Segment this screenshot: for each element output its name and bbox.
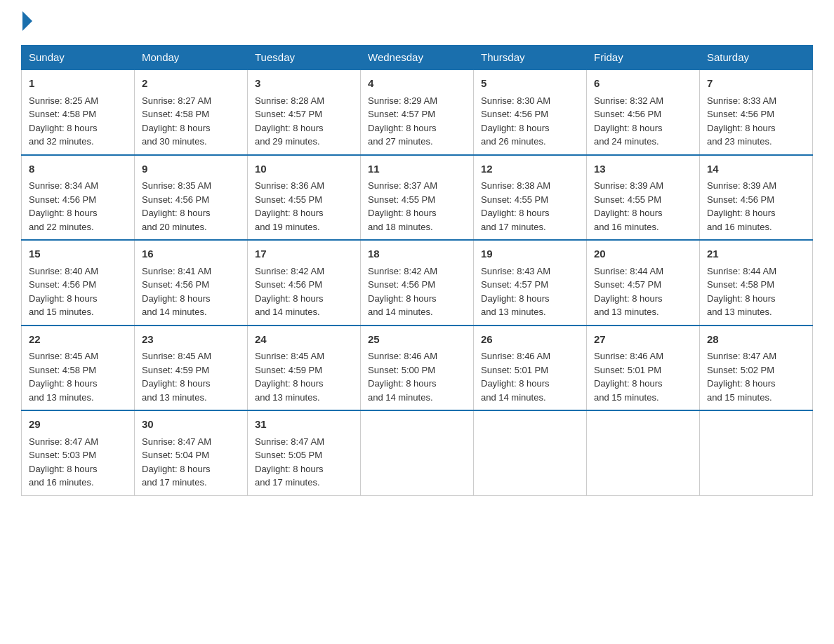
calendar-cell xyxy=(700,410,813,495)
day-info: Sunrise: 8:47 AM Sunset: 5:04 PM Dayligh… xyxy=(142,436,211,488)
calendar-cell: 22 Sunrise: 8:45 AM Sunset: 4:58 PM Dayl… xyxy=(22,326,135,411)
day-number: 8 xyxy=(29,161,127,177)
day-number: 15 xyxy=(29,246,127,262)
calendar-cell: 2 Sunrise: 8:27 AM Sunset: 4:58 PM Dayli… xyxy=(135,69,248,155)
calendar-cell xyxy=(474,410,587,495)
day-info: Sunrise: 8:37 AM Sunset: 4:55 PM Dayligh… xyxy=(368,180,437,232)
day-info: Sunrise: 8:30 AM Sunset: 4:56 PM Dayligh… xyxy=(481,95,550,147)
day-number: 25 xyxy=(368,332,466,348)
calendar-cell: 1 Sunrise: 8:25 AM Sunset: 4:58 PM Dayli… xyxy=(22,69,135,155)
calendar-header-friday: Friday xyxy=(587,46,700,70)
day-number: 1 xyxy=(29,76,127,92)
day-number: 18 xyxy=(368,246,466,262)
calendar-cell: 23 Sunrise: 8:45 AM Sunset: 4:59 PM Dayl… xyxy=(135,326,248,411)
day-info: Sunrise: 8:44 AM Sunset: 4:57 PM Dayligh… xyxy=(594,266,663,318)
calendar-cell: 18 Sunrise: 8:42 AM Sunset: 4:56 PM Dayl… xyxy=(361,240,474,326)
calendar-cell: 28 Sunrise: 8:47 AM Sunset: 5:02 PM Dayl… xyxy=(700,326,813,411)
day-info: Sunrise: 8:38 AM Sunset: 4:55 PM Dayligh… xyxy=(481,180,550,232)
calendar-cell: 9 Sunrise: 8:35 AM Sunset: 4:56 PM Dayli… xyxy=(135,155,248,241)
day-info: Sunrise: 8:40 AM Sunset: 4:56 PM Dayligh… xyxy=(29,266,98,318)
calendar-cell: 20 Sunrise: 8:44 AM Sunset: 4:57 PM Dayl… xyxy=(587,240,700,326)
calendar-cell: 11 Sunrise: 8:37 AM Sunset: 4:55 PM Dayl… xyxy=(361,155,474,241)
day-number: 14 xyxy=(707,161,805,177)
calendar-cell: 24 Sunrise: 8:45 AM Sunset: 4:59 PM Dayl… xyxy=(248,326,361,411)
day-number: 12 xyxy=(481,161,579,177)
day-number: 17 xyxy=(255,246,353,262)
calendar-cell: 6 Sunrise: 8:32 AM Sunset: 4:56 PM Dayli… xyxy=(587,69,700,155)
calendar-cell: 14 Sunrise: 8:39 AM Sunset: 4:56 PM Dayl… xyxy=(700,155,813,241)
day-number: 2 xyxy=(142,76,240,92)
calendar-cell: 27 Sunrise: 8:46 AM Sunset: 5:01 PM Dayl… xyxy=(587,326,700,411)
calendar-cell: 12 Sunrise: 8:38 AM Sunset: 4:55 PM Dayl… xyxy=(474,155,587,241)
calendar-cell: 19 Sunrise: 8:43 AM Sunset: 4:57 PM Dayl… xyxy=(474,240,587,326)
day-number: 5 xyxy=(481,76,579,92)
day-info: Sunrise: 8:28 AM Sunset: 4:57 PM Dayligh… xyxy=(255,95,324,147)
calendar-header-wednesday: Wednesday xyxy=(361,46,474,70)
day-info: Sunrise: 8:43 AM Sunset: 4:57 PM Dayligh… xyxy=(481,266,550,318)
calendar-header-saturday: Saturday xyxy=(700,46,813,70)
calendar-header-tuesday: Tuesday xyxy=(248,46,361,70)
day-number: 28 xyxy=(707,332,805,348)
day-info: Sunrise: 8:45 AM Sunset: 4:58 PM Dayligh… xyxy=(29,351,98,403)
day-info: Sunrise: 8:36 AM Sunset: 4:55 PM Dayligh… xyxy=(255,180,324,232)
calendar-cell: 16 Sunrise: 8:41 AM Sunset: 4:56 PM Dayl… xyxy=(135,240,248,326)
calendar-cell: 21 Sunrise: 8:44 AM Sunset: 4:58 PM Dayl… xyxy=(700,240,813,326)
day-number: 6 xyxy=(594,76,692,92)
calendar-cell: 26 Sunrise: 8:46 AM Sunset: 5:01 PM Dayl… xyxy=(474,326,587,411)
calendar-cell: 30 Sunrise: 8:47 AM Sunset: 5:04 PM Dayl… xyxy=(135,410,248,495)
calendar-header-monday: Monday xyxy=(135,46,248,70)
day-info: Sunrise: 8:46 AM Sunset: 5:01 PM Dayligh… xyxy=(481,351,550,403)
day-info: Sunrise: 8:47 AM Sunset: 5:02 PM Dayligh… xyxy=(707,351,776,403)
day-number: 29 xyxy=(29,417,127,433)
calendar-week-row: 29 Sunrise: 8:47 AM Sunset: 5:03 PM Dayl… xyxy=(22,410,813,495)
day-info: Sunrise: 8:39 AM Sunset: 4:56 PM Dayligh… xyxy=(707,180,776,232)
day-number: 13 xyxy=(594,161,692,177)
day-info: Sunrise: 8:46 AM Sunset: 5:00 PM Dayligh… xyxy=(368,351,437,403)
logo-arrow-icon xyxy=(22,11,32,31)
day-number: 3 xyxy=(255,76,353,92)
day-number: 23 xyxy=(142,332,240,348)
day-number: 11 xyxy=(368,161,466,177)
day-info: Sunrise: 8:39 AM Sunset: 4:55 PM Dayligh… xyxy=(594,180,663,232)
day-info: Sunrise: 8:33 AM Sunset: 4:56 PM Dayligh… xyxy=(707,95,776,147)
day-number: 30 xyxy=(142,417,240,433)
day-info: Sunrise: 8:32 AM Sunset: 4:56 PM Dayligh… xyxy=(594,95,663,147)
day-info: Sunrise: 8:42 AM Sunset: 4:56 PM Dayligh… xyxy=(368,266,437,318)
day-info: Sunrise: 8:42 AM Sunset: 4:56 PM Dayligh… xyxy=(255,266,324,318)
calendar-cell: 25 Sunrise: 8:46 AM Sunset: 5:00 PM Dayl… xyxy=(361,326,474,411)
day-number: 10 xyxy=(255,161,353,177)
day-info: Sunrise: 8:25 AM Sunset: 4:58 PM Dayligh… xyxy=(29,95,98,147)
day-number: 16 xyxy=(142,246,240,262)
calendar-cell: 5 Sunrise: 8:30 AM Sunset: 4:56 PM Dayli… xyxy=(474,69,587,155)
calendar-cell: 15 Sunrise: 8:40 AM Sunset: 4:56 PM Dayl… xyxy=(22,240,135,326)
calendar-week-row: 22 Sunrise: 8:45 AM Sunset: 4:58 PM Dayl… xyxy=(22,326,813,411)
day-number: 21 xyxy=(707,246,805,262)
day-info: Sunrise: 8:35 AM Sunset: 4:56 PM Dayligh… xyxy=(142,180,211,232)
day-number: 26 xyxy=(481,332,579,348)
day-info: Sunrise: 8:44 AM Sunset: 4:58 PM Dayligh… xyxy=(707,266,776,318)
calendar-header-thursday: Thursday xyxy=(474,46,587,70)
day-info: Sunrise: 8:45 AM Sunset: 4:59 PM Dayligh… xyxy=(255,351,324,403)
day-number: 31 xyxy=(255,417,353,433)
calendar-cell: 13 Sunrise: 8:39 AM Sunset: 4:55 PM Dayl… xyxy=(587,155,700,241)
calendar-cell: 10 Sunrise: 8:36 AM Sunset: 4:55 PM Dayl… xyxy=(248,155,361,241)
calendar-cell: 31 Sunrise: 8:47 AM Sunset: 5:05 PM Dayl… xyxy=(248,410,361,495)
day-number: 27 xyxy=(594,332,692,348)
day-number: 20 xyxy=(594,246,692,262)
page-header xyxy=(21,14,813,31)
calendar-table: SundayMondayTuesdayWednesdayThursdayFrid… xyxy=(21,45,813,496)
calendar-cell xyxy=(361,410,474,495)
day-number: 9 xyxy=(142,161,240,177)
day-info: Sunrise: 8:29 AM Sunset: 4:57 PM Dayligh… xyxy=(368,95,437,147)
calendar-cell: 8 Sunrise: 8:34 AM Sunset: 4:56 PM Dayli… xyxy=(22,155,135,241)
day-number: 22 xyxy=(29,332,127,348)
calendar-cell xyxy=(587,410,700,495)
day-info: Sunrise: 8:34 AM Sunset: 4:56 PM Dayligh… xyxy=(29,180,98,232)
day-number: 4 xyxy=(368,76,466,92)
day-number: 24 xyxy=(255,332,353,348)
day-info: Sunrise: 8:47 AM Sunset: 5:03 PM Dayligh… xyxy=(29,436,98,488)
calendar-week-row: 8 Sunrise: 8:34 AM Sunset: 4:56 PM Dayli… xyxy=(22,155,813,241)
calendar-week-row: 15 Sunrise: 8:40 AM Sunset: 4:56 PM Dayl… xyxy=(22,240,813,326)
day-number: 19 xyxy=(481,246,579,262)
day-info: Sunrise: 8:45 AM Sunset: 4:59 PM Dayligh… xyxy=(142,351,211,403)
